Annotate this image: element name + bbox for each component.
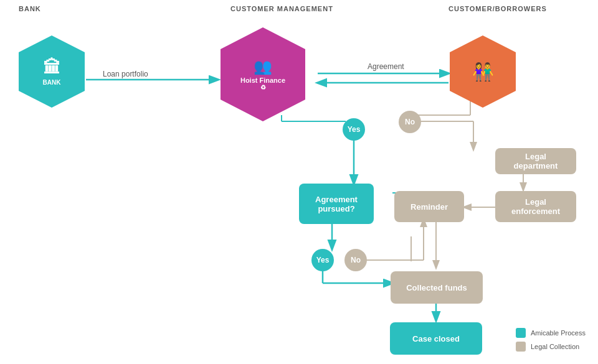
no-node-1: No xyxy=(399,111,421,133)
legal-legend-label: Legal Collection xyxy=(531,343,579,350)
hoist-label: Hoist Finance xyxy=(240,77,285,84)
yes-node-2: Yes xyxy=(311,249,334,271)
customer-management-header: CUSTOMER MANAGEMENT xyxy=(230,5,333,12)
case-closed-box: Case closed xyxy=(390,322,482,355)
collected-funds-box: Collected funds xyxy=(391,271,483,304)
loan-portfolio-label: Loan portfolio xyxy=(103,70,148,78)
amicable-legend-item: Amicable Process xyxy=(516,328,586,338)
yes-node-1: Yes xyxy=(343,118,365,141)
bank-header: BANK xyxy=(19,5,41,12)
legal-legend-dot xyxy=(516,342,526,352)
amicable-legend-label: Amicable Process xyxy=(531,329,586,337)
diagram-container: BANK CUSTOMER MANAGEMENT CUSTOMER/BORROW… xyxy=(0,0,598,364)
legal-department-box: Legal department xyxy=(495,148,576,174)
amicable-legend-dot xyxy=(516,328,526,338)
legal-legend-item: Legal Collection xyxy=(516,342,586,352)
bank-label: BANK xyxy=(43,79,61,86)
legal-enforcement-box: Legal enforcement xyxy=(495,191,576,222)
no-node-2: No xyxy=(344,249,367,271)
reminder-box: Reminder xyxy=(394,191,464,222)
hoist-hexagon: 👥 Hoist Finance ♻ xyxy=(219,26,306,123)
customer-borrowers-header: CUSTOMER/BORROWERS xyxy=(448,5,547,12)
legend: Amicable Process Legal Collection xyxy=(516,328,586,352)
agreement-pursued-box: Agreement pursued? xyxy=(299,184,374,224)
bank-hexagon: 🏛 BANK xyxy=(17,34,86,109)
agreement-label: Agreement xyxy=(368,62,404,71)
customer-hexagon: 👫 xyxy=(448,34,517,109)
